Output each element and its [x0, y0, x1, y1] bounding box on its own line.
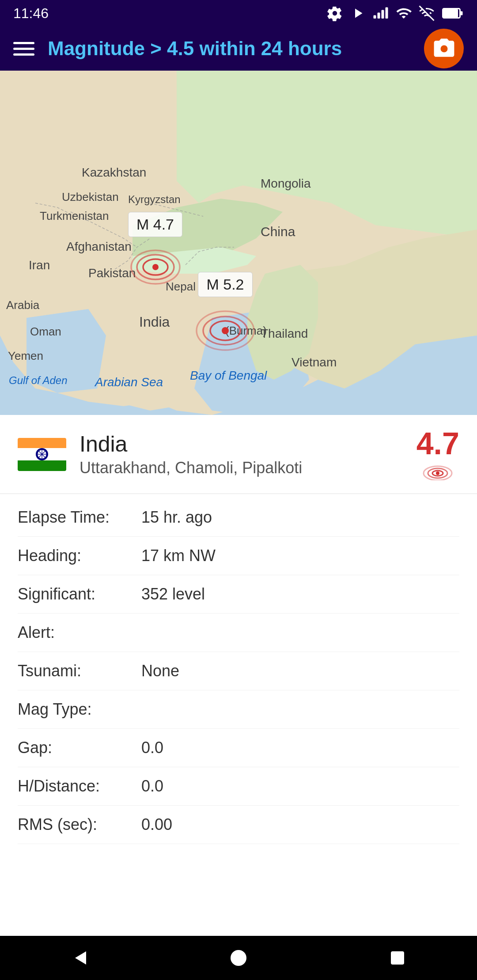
- tsunami-value: None: [141, 662, 179, 680]
- svg-rect-2: [382, 10, 384, 19]
- flag-white-stripe: [18, 448, 66, 460]
- svg-point-45: [436, 471, 439, 475]
- svg-text:Kyrgyzstan: Kyrgyzstan: [128, 193, 181, 205]
- header: Magnitude > 4.5 within 24 hours: [0, 26, 477, 71]
- wifi-icon: [396, 5, 412, 21]
- svg-rect-3: [386, 8, 388, 19]
- svg-text:Arabia: Arabia: [6, 298, 40, 312]
- svg-point-36: [222, 327, 229, 334]
- location-detail: Uttarakhand, Chamoli, Pipalkoti: [80, 459, 403, 477]
- svg-text:China: China: [261, 224, 295, 239]
- flag-chakra: [36, 448, 48, 460]
- alert-label: Alert:: [18, 623, 141, 642]
- tsunami-row: Tsunami: None: [18, 652, 459, 690]
- heading-label: Heading:: [18, 547, 141, 565]
- time: 11:46: [13, 5, 49, 22]
- rms-label: RMS (sec):: [18, 815, 141, 834]
- home-icon: [227, 947, 250, 969]
- eq-label-2: M 5.2: [198, 272, 252, 297]
- magnitude-value: 4.7: [416, 428, 459, 459]
- network-icon: [419, 5, 435, 21]
- battery-icon: [442, 5, 464, 21]
- flag-green-stripe: [18, 460, 66, 471]
- bottom-navigation: [0, 936, 477, 980]
- signal-icon: [373, 5, 389, 21]
- mag-type-label: Mag Type:: [18, 700, 141, 719]
- page-title: Magnitude > 4.5 within 24 hours: [48, 38, 411, 60]
- h-distance-label: H/Distance:: [18, 777, 141, 795]
- svg-text:Arabian Sea: Arabian Sea: [94, 375, 163, 389]
- recents-button[interactable]: [380, 940, 415, 976]
- gap-row: Gap: 0.0: [18, 729, 459, 767]
- earthquake-marker-2[interactable]: M 5.2: [194, 272, 256, 349]
- svg-rect-5: [460, 11, 463, 15]
- camera-icon: [432, 37, 456, 61]
- info-card: India Uttarakhand, Chamoli, Pipalkoti 4.…: [0, 415, 477, 494]
- gap-label: Gap:: [18, 739, 141, 757]
- svg-rect-1: [378, 13, 380, 19]
- heading-row: Heading: 17 km NW: [18, 537, 459, 575]
- svg-text:Afghanistan: Afghanistan: [66, 240, 132, 253]
- home-button[interactable]: [221, 940, 256, 976]
- back-button[interactable]: [62, 940, 97, 976]
- status-bar: 11:46: [0, 0, 477, 26]
- country-flag: [18, 438, 66, 471]
- significant-label: Significant:: [18, 585, 141, 603]
- svg-text:India: India: [139, 314, 170, 330]
- flag-orange-stripe: [18, 438, 66, 449]
- svg-point-47: [231, 950, 246, 966]
- magnitude-ripple-icon: [422, 463, 453, 480]
- rms-value: 0.00: [141, 815, 172, 834]
- back-icon: [68, 947, 91, 969]
- alert-row: Alert:: [18, 614, 459, 652]
- map-container[interactable]: Arabian Sea Bay of Bengal Gulf of Aden K…: [0, 71, 477, 415]
- svg-text:Gulf of Aden: Gulf of Aden: [9, 374, 68, 386]
- ripple-icon-1: [129, 241, 182, 285]
- tsunami-label: Tsunami:: [18, 662, 141, 680]
- eq-label-1: M 4.7: [128, 212, 182, 237]
- svg-text:Thailand: Thailand: [261, 327, 308, 340]
- rms-row: RMS (sec): 0.00: [18, 806, 459, 844]
- elapse-time-row: Elapse Time: 15 hr. ago: [18, 498, 459, 537]
- svg-text:Bay of Bengal: Bay of Bengal: [190, 369, 267, 382]
- svg-text:Vietnam: Vietnam: [292, 355, 337, 369]
- svg-text:Uzbekistan: Uzbekistan: [62, 190, 119, 204]
- svg-point-32: [152, 264, 159, 270]
- svg-text:Mongolia: Mongolia: [261, 177, 311, 190]
- earthquake-marker-1[interactable]: M 4.7: [128, 212, 182, 285]
- recents-icon: [386, 947, 409, 969]
- svg-text:Yemen: Yemen: [8, 349, 43, 362]
- svg-marker-46: [75, 951, 86, 965]
- significant-row: Significant: 352 level: [18, 575, 459, 614]
- significant-value: 352 level: [141, 585, 205, 603]
- settings-icon: [327, 5, 343, 21]
- status-icons: [327, 5, 464, 21]
- play-icon: [350, 5, 366, 21]
- h-distance-row: H/Distance: 0.0: [18, 767, 459, 806]
- ripple-icon-2: [194, 301, 256, 349]
- menu-button[interactable]: [13, 42, 34, 56]
- gap-value: 0.0: [141, 739, 163, 757]
- svg-text:Iran: Iran: [29, 258, 50, 272]
- camera-button[interactable]: [424, 29, 464, 68]
- svg-rect-0: [374, 15, 376, 19]
- h-distance-value: 0.0: [141, 777, 163, 795]
- country-name: India: [80, 431, 403, 457]
- svg-text:Turkmenistan: Turkmenistan: [40, 209, 109, 222]
- elapse-time-value: 15 hr. ago: [141, 508, 212, 527]
- elapse-time-label: Elapse Time:: [18, 508, 141, 527]
- heading-value: 17 km NW: [141, 547, 216, 565]
- svg-text:Oman: Oman: [30, 325, 61, 338]
- svg-rect-6: [443, 9, 458, 17]
- location-info: India Uttarakhand, Chamoli, Pipalkoti: [80, 431, 403, 477]
- details-section: Elapse Time: 15 hr. ago Heading: 17 km N…: [0, 494, 477, 862]
- svg-text:Kazakhstan: Kazakhstan: [82, 166, 146, 179]
- svg-rect-48: [391, 951, 404, 965]
- mag-type-row: Mag Type:: [18, 690, 459, 729]
- magnitude-block: 4.7: [416, 428, 459, 480]
